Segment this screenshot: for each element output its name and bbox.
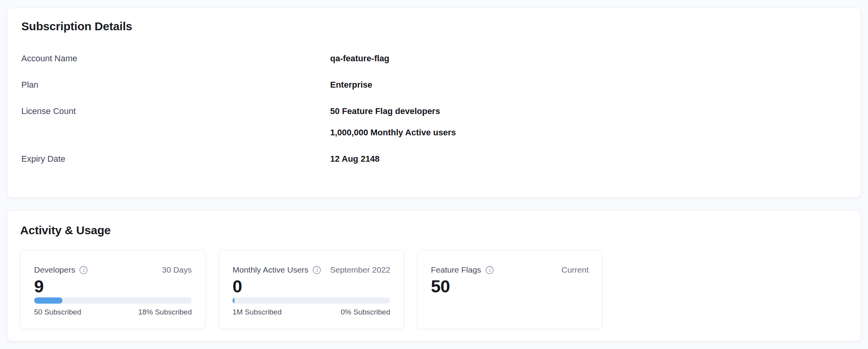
subscription-details-card: Subscription Details Account Name qa-fea… [7, 8, 861, 198]
detail-row-label: Expiry Date [21, 153, 330, 165]
detail-row-plan: Plan Enterprise [21, 79, 847, 91]
stat-header: Monthly Active Users i September 2022 [232, 264, 390, 276]
detail-value-line: 12 Aug 2148 [330, 153, 847, 165]
detail-row-label: Account Name [21, 53, 330, 64]
stat-progress-track [232, 297, 390, 304]
stat-header: Developers i 30 Days [34, 264, 192, 276]
detail-value-line: qa-feature-flag [330, 53, 847, 64]
stat-caption-right: 0% Subscribed [341, 308, 390, 317]
svg-text:i: i [83, 267, 85, 273]
svg-text:i: i [489, 267, 491, 273]
detail-value-line: Enterprise [330, 79, 847, 91]
detail-value-line: 50 Feature Flag developers [330, 105, 847, 117]
detail-row-expiry-date: Expiry Date 12 Aug 2148 [21, 153, 847, 165]
stat-caption-left: 1M Subscribed [232, 308, 282, 317]
stat-progress-track [34, 297, 192, 304]
stat-period: Current [561, 264, 589, 276]
subscription-details-title: Subscription Details [21, 19, 847, 34]
info-circle-icon[interactable]: i [79, 266, 88, 275]
stats-row: Developers i 30 Days 9 50 Subscribed 1 [20, 250, 848, 329]
stat-captions: 50 Subscribed 18% Subscribed [34, 308, 192, 317]
activity-usage-title: Activity & Usage [20, 223, 848, 238]
stat-progress-fill [34, 297, 62, 304]
stat-value: 0 [232, 276, 390, 297]
stat-period: September 2022 [330, 264, 390, 276]
stat-label: Developers [34, 264, 75, 276]
stat-progress-fill [232, 297, 234, 304]
detail-row-value: 50 Feature Flag developers 1,000,000 Mon… [330, 105, 847, 138]
detail-row-value: 12 Aug 2148 [330, 153, 847, 165]
stat-label: Feature Flags [431, 264, 481, 276]
detail-row-label: License Count [21, 105, 330, 138]
stat-label: Monthly Active Users [232, 264, 308, 276]
detail-row-license-count: License Count 50 Feature Flag developers… [21, 105, 847, 138]
stat-value: 9 [34, 276, 192, 297]
stat-card-monthly-active-users: Monthly Active Users i September 2022 0 … [219, 250, 404, 329]
detail-row-account-name: Account Name qa-feature-flag [21, 53, 847, 64]
subscription-page: Subscription Details Account Name qa-fea… [0, 0, 868, 349]
info-circle-icon[interactable]: i [312, 266, 321, 275]
stat-caption-right: 18% Subscribed [138, 308, 192, 317]
detail-row-label: Plan [21, 79, 330, 91]
detail-value-line: 1,000,000 Monthly Active users [330, 127, 847, 138]
stat-value: 50 [431, 276, 589, 297]
stat-captions: 1M Subscribed 0% Subscribed [232, 308, 390, 317]
detail-row-value: qa-feature-flag [330, 53, 847, 64]
stat-card-developers: Developers i 30 Days 9 50 Subscribed 1 [20, 250, 206, 329]
activity-usage-card: Activity & Usage Developers i 30 Days 9 [7, 210, 861, 341]
stat-period: 30 Days [162, 264, 192, 276]
stat-caption-left: 50 Subscribed [34, 308, 81, 317]
svg-text:i: i [316, 267, 318, 273]
detail-row-value: Enterprise [330, 79, 847, 91]
stat-card-feature-flags: Feature Flags i Current 50 [417, 250, 603, 329]
stat-header: Feature Flags i Current [431, 264, 589, 276]
subscription-rows: Account Name qa-feature-flag Plan Enterp… [21, 53, 847, 165]
info-circle-icon[interactable]: i [485, 266, 494, 275]
